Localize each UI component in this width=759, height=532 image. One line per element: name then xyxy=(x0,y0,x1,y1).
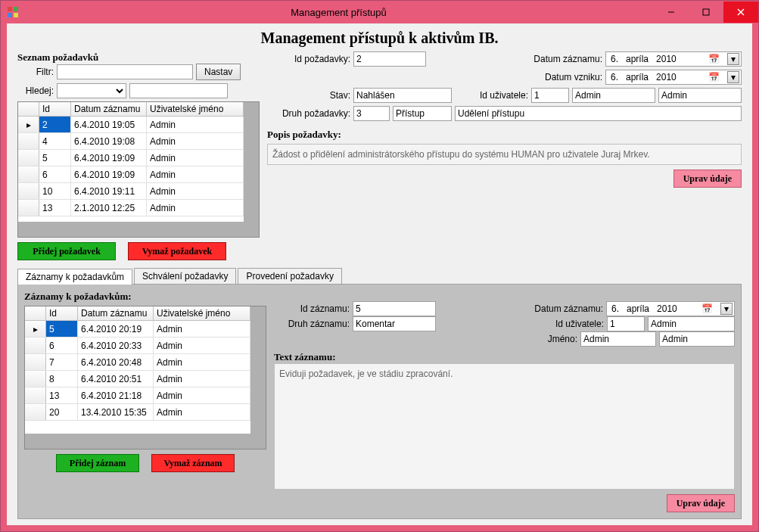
cell-user[interactable]: Admin xyxy=(147,183,244,199)
cell-date[interactable]: 6.4.2010 19:11 xyxy=(71,183,147,199)
row-header[interactable] xyxy=(18,150,39,166)
cell-date[interactable]: 6.4.2010 19:05 xyxy=(71,117,147,132)
table-row[interactable]: 136.4.2010 21:18Admin xyxy=(25,387,250,404)
table-row[interactable]: 2013.4.2010 15:35Admin xyxy=(25,404,250,421)
cell-user[interactable]: Admin xyxy=(154,371,250,387)
cell-date[interactable]: 6.4.2010 20:33 xyxy=(78,338,154,353)
cell-date[interactable]: 6.4.2010 20:51 xyxy=(78,371,154,387)
tab-execution[interactable]: Provedení požadavky xyxy=(238,268,341,284)
cell-user[interactable]: Admin xyxy=(154,338,250,353)
cell-id[interactable]: 4 xyxy=(39,133,71,149)
row-header[interactable] xyxy=(18,133,39,149)
rec-name2-field[interactable] xyxy=(659,331,735,347)
table-row[interactable]: 66.4.2010 19:09Admin xyxy=(18,166,244,183)
col-user[interactable]: Uživatelské jméno xyxy=(147,102,244,116)
row-header[interactable] xyxy=(25,371,46,387)
state-field[interactable] xyxy=(353,88,452,103)
request-grid[interactable]: Id Datum záznamu Uživatelské jméno ▸26.4… xyxy=(17,101,260,238)
date-rec-picker[interactable]: 6.apríla2010 📅 ▾ xyxy=(605,51,742,67)
row-header[interactable] xyxy=(18,200,39,216)
cell-date[interactable]: 2.1.2010 12:25 xyxy=(71,200,147,216)
cell-id[interactable]: 6 xyxy=(46,338,78,353)
row-header[interactable] xyxy=(25,354,46,370)
chevron-down-icon[interactable]: ▾ xyxy=(720,303,733,315)
cell-id[interactable]: 10 xyxy=(39,183,71,199)
rec-id-field[interactable] xyxy=(353,301,436,316)
table-row[interactable]: 66.4.2010 20:33Admin xyxy=(25,338,250,354)
table-row[interactable]: 56.4.2010 19:09Admin xyxy=(18,150,244,166)
search-input[interactable] xyxy=(129,83,228,98)
minimize-button[interactable] xyxy=(654,2,689,23)
cell-user[interactable]: Admin xyxy=(147,133,244,149)
table-row[interactable]: 46.4.2010 19:08Admin xyxy=(18,133,244,150)
record-grid[interactable]: Id Datum záznamu Uživatelské jméno ▸56.4… xyxy=(24,306,266,450)
rec-name1-field[interactable] xyxy=(580,331,656,347)
cell-date[interactable]: 6.4.2010 20:48 xyxy=(78,354,154,370)
cell-id[interactable]: 7 xyxy=(46,354,78,370)
rec-user1-field[interactable] xyxy=(648,316,735,331)
row-header[interactable] xyxy=(25,338,46,353)
user2-field[interactable] xyxy=(658,88,742,103)
cell-id[interactable]: 8 xyxy=(46,371,78,387)
search-select[interactable] xyxy=(57,83,126,98)
close-button[interactable] xyxy=(723,2,758,23)
rec-text-box[interactable]: Eviduji požadavek, je ve stádiu zpracová… xyxy=(274,363,735,490)
delete-record-button[interactable]: Vymaž záznam xyxy=(151,454,235,472)
col-user[interactable]: Uživatelské jméno xyxy=(154,306,250,320)
col-id[interactable]: Id xyxy=(39,102,71,116)
col-date[interactable]: Datum záznamu xyxy=(78,306,154,320)
row-header[interactable]: ▸ xyxy=(25,321,46,337)
cell-id[interactable]: 5 xyxy=(46,321,78,337)
kind-name-field[interactable] xyxy=(393,106,452,121)
user1-field[interactable] xyxy=(572,88,655,103)
row-header[interactable]: ▸ xyxy=(18,117,39,132)
cell-user[interactable]: Admin xyxy=(154,321,250,337)
cell-user[interactable]: Admin xyxy=(154,387,250,403)
cell-user[interactable]: Admin xyxy=(147,166,244,182)
cell-date[interactable]: 6.4.2010 19:09 xyxy=(71,150,147,166)
kind-id-field[interactable] xyxy=(353,106,390,121)
tab-approval[interactable]: Schválení požadavky xyxy=(134,268,236,284)
cell-id[interactable]: 5 xyxy=(39,150,71,166)
cell-user[interactable]: Admin xyxy=(147,117,244,132)
tab-records[interactable]: Záznamy k požadavkům xyxy=(17,269,132,285)
delete-request-button[interactable]: Vymaž požadavek xyxy=(128,242,226,260)
table-row[interactable]: ▸56.4.2010 20:19Admin xyxy=(25,321,250,338)
rec-date-picker[interactable]: 6.apríla2010 📅 ▾ xyxy=(606,301,735,316)
cell-user[interactable]: Admin xyxy=(154,404,250,420)
col-date[interactable]: Datum záznamu xyxy=(71,102,147,116)
cell-id[interactable]: 6 xyxy=(39,166,71,182)
cell-user[interactable]: Admin xyxy=(154,354,250,370)
table-row[interactable]: 76.4.2010 20:48Admin xyxy=(25,354,250,371)
filter-set-button[interactable]: Nastav xyxy=(196,64,241,80)
rec-userid-field[interactable] xyxy=(607,316,645,331)
row-header[interactable] xyxy=(18,166,39,182)
cell-date[interactable]: 6.4.2010 19:09 xyxy=(71,166,147,182)
kind-desc-field[interactable] xyxy=(455,106,742,121)
chevron-down-icon[interactable]: ▾ xyxy=(727,53,739,65)
cell-date[interactable]: 13.4.2010 15:35 xyxy=(78,404,154,420)
table-row[interactable]: 106.4.2010 19:11Admin xyxy=(18,183,244,200)
desc-text[interactable]: Žádost o přidělení administrátorského př… xyxy=(267,144,742,165)
cell-date[interactable]: 6.4.2010 21:18 xyxy=(78,387,154,403)
cell-user[interactable]: Admin xyxy=(147,200,244,216)
date-cre-picker[interactable]: 6.apríla2010 📅 ▾ xyxy=(605,70,742,85)
cell-user[interactable]: Admin xyxy=(147,150,244,166)
cell-id[interactable]: 13 xyxy=(39,200,71,216)
maximize-button[interactable] xyxy=(689,2,723,23)
add-request-button[interactable]: Přidej požadavek xyxy=(17,242,116,260)
table-row[interactable]: 132.1.2010 12:25Admin xyxy=(18,200,244,216)
table-row[interactable]: ▸26.4.2010 19:05Admin xyxy=(18,117,244,133)
table-row[interactable]: 86.4.2010 20:51Admin xyxy=(25,371,250,387)
row-header[interactable] xyxy=(18,183,39,199)
chevron-down-icon[interactable]: ▾ xyxy=(727,71,739,83)
cell-id[interactable]: 20 xyxy=(46,404,78,420)
row-header[interactable] xyxy=(25,387,46,403)
cell-date[interactable]: 6.4.2010 20:19 xyxy=(78,321,154,337)
filter-input[interactable] xyxy=(57,64,193,79)
add-record-button[interactable]: Přidej záznam xyxy=(56,454,139,472)
cell-id[interactable]: 13 xyxy=(46,387,78,403)
rec-kind-field[interactable] xyxy=(353,316,436,331)
col-id[interactable]: Id xyxy=(46,306,78,320)
row-header[interactable] xyxy=(25,404,46,420)
